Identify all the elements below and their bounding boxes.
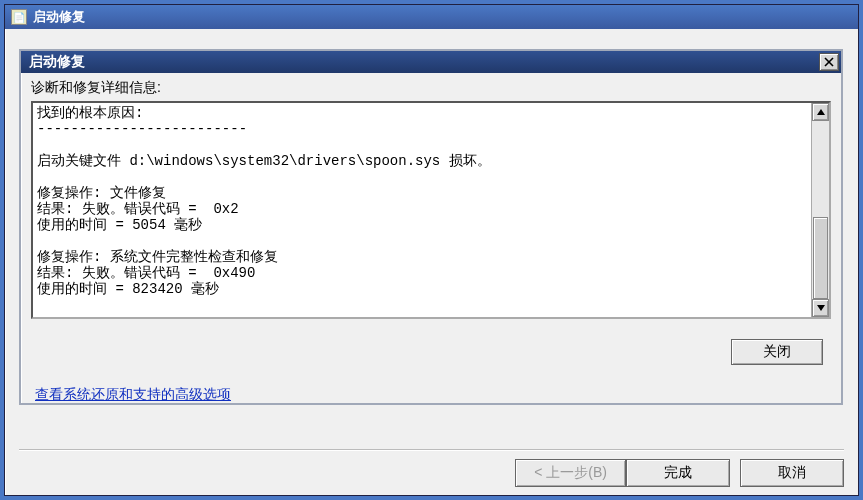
scroll-thumb[interactable]: [813, 217, 828, 299]
advanced-link-row: 查看系统还原和支持的高级选项: [31, 385, 831, 404]
cancel-button[interactable]: 取消: [740, 459, 844, 487]
outer-title-text: 启动修复: [33, 8, 85, 26]
diagnostics-log-text: 找到的根本原因: ------------------------- 启动关键文…: [33, 103, 811, 317]
wizard-button-row: < 上一步(B) 完成 取消: [515, 459, 844, 487]
chevron-up-icon: [817, 109, 825, 115]
app-icon: 📄: [11, 9, 27, 25]
outer-window: 📄 启动修复 启动修复 诊断和修复详细信息: 找到的根本原因: --------…: [4, 4, 859, 496]
wizard-divider: [19, 449, 844, 451]
chevron-down-icon: [817, 305, 825, 311]
close-button[interactable]: 关闭: [731, 339, 823, 365]
details-label: 诊断和修复详细信息:: [31, 79, 831, 97]
outer-body: 启动修复 诊断和修复详细信息: 找到的根本原因: ---------------…: [5, 29, 858, 495]
back-button: < 上一步(B): [515, 459, 626, 487]
close-icon: [824, 57, 834, 67]
svg-marker-3: [817, 305, 825, 311]
advanced-options-link[interactable]: 查看系统还原和支持的高级选项: [35, 386, 231, 402]
scroll-down-button[interactable]: [812, 299, 829, 317]
scroll-up-button[interactable]: [812, 103, 829, 121]
outer-titlebar[interactable]: 📄 启动修复: [5, 5, 858, 29]
diagnostics-log-box: 找到的根本原因: ------------------------- 启动关键文…: [31, 101, 831, 319]
startup-repair-dialog: 启动修复 诊断和修复详细信息: 找到的根本原因: ---------------…: [19, 49, 843, 405]
dialog-content: 诊断和修复详细信息: 找到的根本原因: --------------------…: [21, 73, 841, 403]
svg-marker-2: [817, 109, 825, 115]
finish-button[interactable]: 完成: [626, 459, 730, 487]
dialog-titlebar[interactable]: 启动修复: [21, 51, 841, 73]
dialog-button-row: 关闭: [31, 339, 831, 365]
scroll-track[interactable]: [812, 121, 829, 299]
log-scrollbar[interactable]: [811, 103, 829, 317]
dialog-close-button[interactable]: [819, 53, 839, 71]
dialog-title-text: 启动修复: [29, 53, 85, 71]
